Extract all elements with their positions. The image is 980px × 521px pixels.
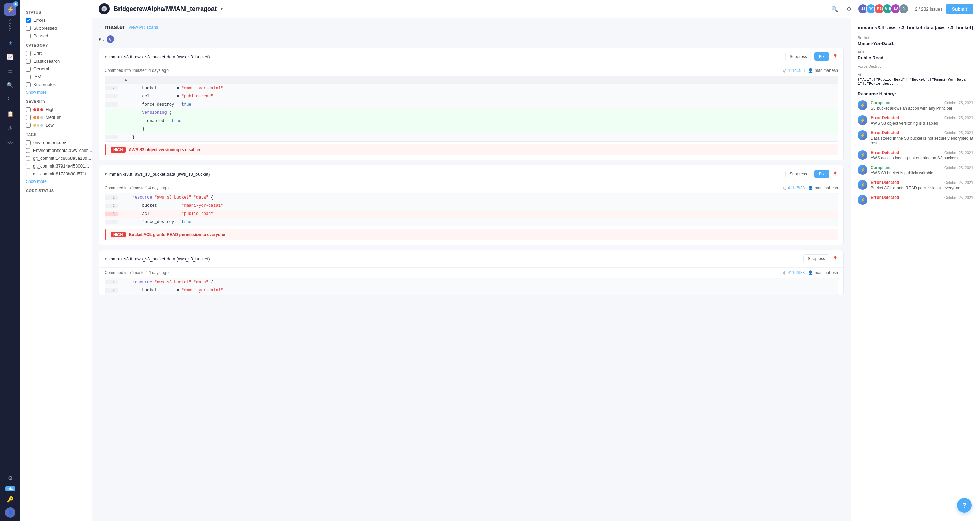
history-content-7: Error Detected October 25, 2021 bbox=[871, 195, 973, 201]
shield-icon[interactable]: 🛡 bbox=[4, 94, 16, 106]
issue-2-bookmark-icon[interactable]: 📍 bbox=[832, 171, 838, 177]
code-expand-1[interactable]: ▲ bbox=[105, 76, 838, 84]
tag-commit2-checkbox[interactable] bbox=[26, 164, 30, 169]
elasticsearch-checkbox[interactable] bbox=[26, 59, 31, 64]
issue-3-commit-hash[interactable]: 411d6f33 bbox=[788, 270, 805, 275]
filter-kubernetes[interactable]: Kubernetes bbox=[26, 82, 86, 87]
repo-title[interactable]: BridgecrewAlpha/MMANI_terragoat bbox=[114, 5, 216, 13]
issue-1-hash-group: ◎ 411d6f33 bbox=[783, 68, 805, 73]
tags-section-title: TAGS bbox=[26, 132, 86, 137]
issue-1-fix-button[interactable]: Fix bbox=[814, 53, 829, 61]
filter-general[interactable]: General bbox=[26, 66, 86, 72]
issue-3-suppress-button[interactable]: Suppress bbox=[803, 254, 829, 263]
code-content: bucket = "mmani-yor-data1" bbox=[118, 85, 227, 91]
low-checkbox[interactable] bbox=[26, 123, 31, 128]
filter-elasticsearch[interactable]: Elasticsearch bbox=[26, 59, 86, 64]
view-pr-link[interactable]: View PR scans bbox=[128, 24, 158, 30]
issue-2-suppress-button[interactable]: Suppress bbox=[785, 170, 811, 178]
code-icon[interactable]: </> bbox=[4, 137, 16, 149]
filter-errors[interactable]: Errors bbox=[26, 18, 86, 23]
errors-checkbox[interactable] bbox=[26, 18, 31, 23]
search-button[interactable]: 🔍 bbox=[829, 3, 840, 14]
category-show-more[interactable]: Show more bbox=[26, 90, 86, 95]
kubernetes-checkbox[interactable] bbox=[26, 83, 31, 87]
filter-medium[interactable]: Medium bbox=[26, 115, 86, 120]
help-button[interactable]: ? bbox=[957, 498, 972, 513]
issue-1-username: manimahesh bbox=[815, 68, 838, 73]
tag-commit1-checkbox[interactable] bbox=[26, 156, 30, 161]
filter-iam[interactable]: IAM bbox=[26, 74, 86, 79]
issue-2-username: manimahesh bbox=[815, 186, 838, 190]
issue-3-username: manimahesh bbox=[815, 270, 838, 275]
history-item-5: ⚡ Compliant October 25, 2021 AWS S3 buck… bbox=[858, 165, 973, 175]
filter-suppressed[interactable]: Suppressed bbox=[26, 25, 86, 31]
suppressed-checkbox[interactable] bbox=[26, 26, 31, 31]
acl-field: ACL Public-Read bbox=[858, 50, 973, 60]
issue-1-commit-hash[interactable]: 411d6f33 bbox=[788, 68, 805, 73]
repo-dropdown-icon[interactable]: ▾ bbox=[221, 6, 223, 11]
issue-1-chevron[interactable]: ▾ bbox=[105, 54, 107, 59]
filter-low[interactable]: Low bbox=[26, 123, 86, 128]
file-group[interactable]: ▾ / 6 bbox=[99, 35, 844, 43]
filter-tag-commit3[interactable]: git_commit:81738b80d571f... bbox=[26, 171, 86, 176]
issue-2-commit-hash[interactable]: 411d6f33 bbox=[788, 186, 805, 190]
history-item-3: ⚡ Error Detected October 25, 2021 Data s… bbox=[858, 131, 973, 145]
tag-env-data-checkbox[interactable] bbox=[26, 148, 30, 153]
user-icon-3: 👤 bbox=[808, 270, 813, 275]
tags-show-more[interactable]: Show more bbox=[26, 179, 86, 184]
tag-commit3-checkbox[interactable] bbox=[26, 172, 30, 176]
issue-3-user: 👤 manimahesh bbox=[808, 270, 838, 275]
general-checkbox[interactable] bbox=[26, 67, 31, 72]
settings-icon[interactable]: ⚙ bbox=[4, 472, 16, 484]
settings-button[interactable]: ⚙ bbox=[843, 3, 854, 14]
filter-tag-commit2[interactable]: git_commit:37914a458001... bbox=[26, 163, 86, 169]
line-num: 3 bbox=[105, 94, 118, 99]
filter-passed[interactable]: Passed bbox=[26, 33, 86, 38]
key-icon[interactable]: 🔑 bbox=[4, 493, 16, 505]
list-icon[interactable]: ☰ bbox=[4, 65, 16, 77]
code-content: } bbox=[118, 126, 149, 132]
issue-2-chevron[interactable]: ▾ bbox=[105, 172, 107, 176]
issue-1-suppress-button[interactable]: Suppress bbox=[785, 52, 811, 61]
user-icon-1: 👤 bbox=[808, 68, 813, 73]
issue-2-fix-button[interactable]: Fix bbox=[814, 170, 829, 178]
analytics-icon[interactable]: 📈 bbox=[4, 51, 16, 63]
issue-3-chevron[interactable]: ▾ bbox=[105, 257, 107, 261]
iam-checkbox[interactable] bbox=[26, 75, 31, 79]
app-logo[interactable]: ⚡ ▶ bbox=[4, 3, 16, 16]
high-checkbox[interactable] bbox=[26, 107, 31, 112]
submit-button[interactable]: Submit bbox=[946, 4, 973, 14]
issue-1-bookmark-icon[interactable]: 📍 bbox=[832, 54, 838, 59]
medium-checkbox[interactable] bbox=[26, 115, 31, 120]
drift-checkbox[interactable] bbox=[26, 51, 31, 56]
user-avatar[interactable]: 👤 bbox=[5, 507, 15, 518]
history-header-3: Error Detected October 25, 2021 bbox=[871, 131, 973, 135]
filter-tag-env-data[interactable]: Environment:data.aws_calle... bbox=[26, 148, 86, 153]
history-header-5: Compliant October 25, 2021 bbox=[871, 165, 973, 170]
report-icon[interactable]: 📋 bbox=[4, 108, 16, 120]
issue-3-bookmark-icon[interactable]: 📍 bbox=[832, 256, 838, 261]
dashboard-icon[interactable]: ⊞ bbox=[4, 37, 16, 49]
alert-icon[interactable]: ⚠ bbox=[4, 122, 16, 134]
category-section-title: CATEGORY bbox=[26, 43, 86, 47]
filter-tag-commit1[interactable]: git_commit:14c8868a3a13d... bbox=[26, 156, 86, 161]
issue-2-severity-message: Bucket ACL grants READ permission to eve… bbox=[129, 232, 226, 237]
bucket-label: Bucket bbox=[858, 36, 973, 40]
history-content-6: Error Detected October 25, 2021 Bucket A… bbox=[871, 180, 973, 190]
passed-checkbox[interactable] bbox=[26, 34, 31, 38]
filter-tag-env-dev[interactable]: environment:dev bbox=[26, 140, 86, 145]
filter-high[interactable]: High bbox=[26, 107, 86, 112]
line-num: 2 bbox=[105, 204, 118, 208]
header-actions: 🔍 ⚙ JJ OS BA MU AV 9 2 / 232 Issues Subm… bbox=[829, 3, 973, 14]
history-header-1: Compliant October 25, 2021 bbox=[871, 100, 973, 105]
trial-badge: Trial bbox=[5, 486, 15, 491]
tag-commit2-label: git_commit:37914a458001... bbox=[33, 163, 89, 169]
code-content: force_destroy = true bbox=[118, 219, 196, 225]
iam-label: IAM bbox=[33, 74, 41, 79]
search-sidebar-icon[interactable]: 🔍 bbox=[4, 79, 16, 92]
filter-drift[interactable]: Drift bbox=[26, 51, 86, 56]
issue-2-code-block: 1 resource "aws_s3_bucket" "data" { 2 bu… bbox=[105, 193, 838, 226]
branch-name: master bbox=[105, 24, 125, 31]
issue-2-commit-text: Commited into "master" 4 days ago bbox=[105, 186, 169, 190]
tag-env-dev-checkbox[interactable] bbox=[26, 140, 31, 145]
